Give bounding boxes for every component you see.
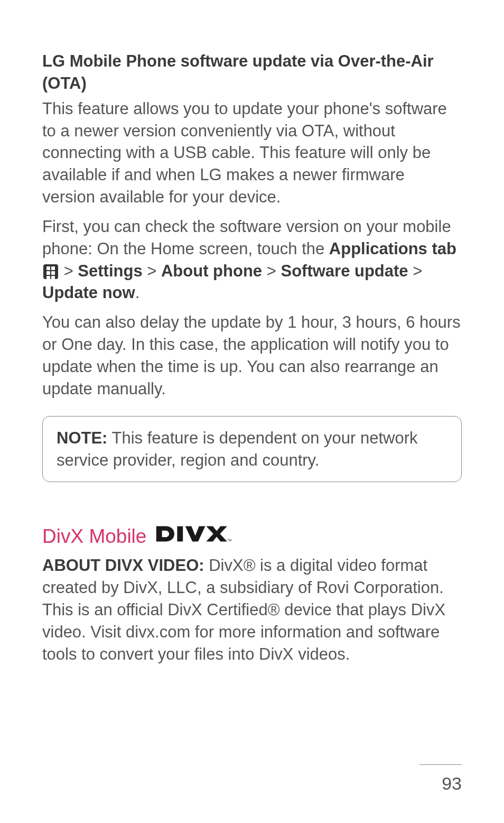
separator: > <box>64 262 78 280</box>
about-divx-label: ABOUT DIVX VIDEO: <box>42 556 204 575</box>
about-phone-label: About phone <box>161 262 262 280</box>
separator: > <box>143 262 161 280</box>
ota-intro-paragraph: This feature allows you to update your p… <box>42 98 462 208</box>
note-text: This feature is dependent on your networ… <box>57 429 418 469</box>
separator: > <box>408 262 423 280</box>
divx-logo-icon: TM <box>154 524 233 548</box>
update-now-label: Update now <box>42 283 135 302</box>
applications-tab-label: Applications tab <box>329 239 456 258</box>
note-callout: NOTE: This feature is dependent on your … <box>42 416 462 483</box>
divx-title-text: DivX Mobile <box>42 525 146 548</box>
about-divx-paragraph: ABOUT DIVX VIDEO: DivX® is a digital vid… <box>42 554 462 665</box>
ota-heading: LG Mobile Phone software update via Over… <box>42 50 462 95</box>
check-version-paragraph: First, you can check the software versio… <box>42 216 462 304</box>
svg-text:TM: TM <box>228 539 232 542</box>
separator: > <box>262 262 281 280</box>
delay-update-paragraph: You can also delay the update by 1 hour,… <box>42 311 462 400</box>
apps-grid-icon <box>43 264 58 279</box>
footer-divider <box>419 764 462 765</box>
note-label: NOTE: <box>57 429 107 447</box>
text-segment: . <box>135 283 140 302</box>
page-number: 93 <box>442 767 462 794</box>
document-page: LG Mobile Phone software update via Over… <box>0 0 504 823</box>
settings-label: Settings <box>78 262 142 280</box>
svg-rect-0 <box>178 526 183 542</box>
software-update-label: Software update <box>281 262 408 280</box>
divx-section-title: DivX Mobile TM <box>42 524 462 548</box>
